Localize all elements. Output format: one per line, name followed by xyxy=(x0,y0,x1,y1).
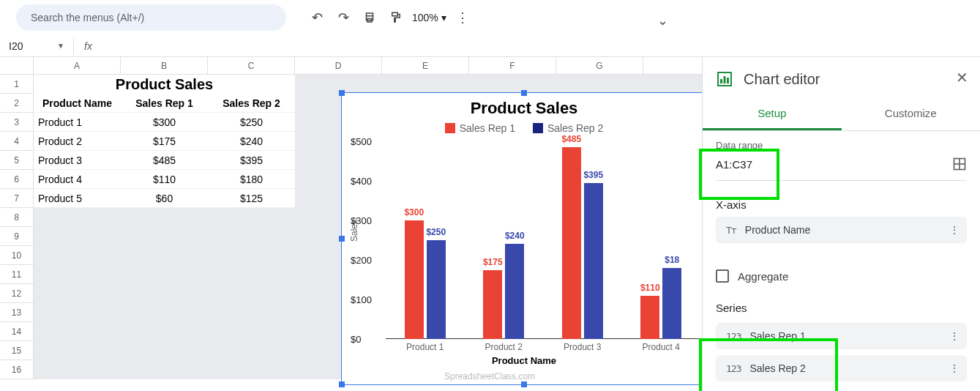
watermark: SpreadsheetClass.com xyxy=(444,371,535,381)
zoom-select[interactable]: 100% ▾ xyxy=(412,12,446,23)
row-header[interactable]: 6 xyxy=(0,170,34,189)
row-header[interactable]: 10 xyxy=(0,246,34,265)
cell[interactable]: $180 xyxy=(208,170,295,189)
row-header[interactable]: 1 xyxy=(0,75,34,94)
cell[interactable]: $240 xyxy=(208,132,295,151)
svg-rect-2 xyxy=(392,12,398,16)
tab-customize[interactable]: Customize xyxy=(842,98,981,130)
tab-setup[interactable]: Setup xyxy=(703,98,842,130)
bar-value-label: $240 xyxy=(505,231,525,241)
bar-value-label: $395 xyxy=(583,170,603,180)
chart-bar xyxy=(562,147,581,339)
legend-swatch xyxy=(533,123,543,133)
chart-bar xyxy=(662,268,681,339)
cell[interactable]: Sales Rep 2 xyxy=(208,94,295,113)
chart-editor-panel: Chart editor ✕ Setup Customize Data rang… xyxy=(702,57,980,391)
xaxis-label: X-axis xyxy=(716,198,967,211)
cell[interactable]: $395 xyxy=(208,151,295,170)
resize-handle[interactable] xyxy=(521,90,527,96)
chart-bar xyxy=(483,270,502,340)
bar-value-label: $18 xyxy=(665,255,679,265)
expand-toolbar-icon[interactable]: ⌄ xyxy=(652,10,673,31)
editor-tabs: Setup Customize xyxy=(703,98,980,131)
row-header[interactable]: 9 xyxy=(0,227,34,246)
cell-name-box[interactable]: I20 ▼ xyxy=(0,40,73,52)
paint-format-icon[interactable] xyxy=(386,7,406,28)
select-all-corner[interactable] xyxy=(0,57,34,74)
data-region[interactable]: Product Sales Product Name Sales Rep 1 S… xyxy=(34,75,295,208)
resize-handle[interactable] xyxy=(339,236,345,242)
cell[interactable]: $175 xyxy=(121,132,208,151)
row-header[interactable]: 4 xyxy=(0,132,34,151)
row-header[interactable]: 5 xyxy=(0,151,34,170)
more-icon[interactable]: ⋮ xyxy=(949,330,960,342)
print-icon[interactable] xyxy=(359,7,380,28)
editor-title: Chart editor xyxy=(744,71,820,88)
annotation-highlight xyxy=(699,338,838,391)
cell[interactable]: Product 2 xyxy=(34,132,121,151)
row-header[interactable]: 7 xyxy=(0,189,34,208)
row-header[interactable]: 16 xyxy=(0,360,34,379)
more-icon[interactable]: ⋮ xyxy=(949,224,960,236)
cell[interactable]: $60 xyxy=(121,189,208,208)
row-header[interactable]: 3 xyxy=(0,113,34,132)
column-header[interactable]: B xyxy=(121,57,208,74)
menu-search-input[interactable]: Search the menus (Alt+/) xyxy=(16,4,286,31)
column-header[interactable]: A xyxy=(34,57,121,74)
chart-title: Product Sales xyxy=(342,99,702,118)
resize-handle[interactable] xyxy=(339,90,345,96)
row-header[interactable]: 11 xyxy=(0,265,34,284)
close-button[interactable]: ✕ xyxy=(956,69,968,86)
cell[interactable]: $300 xyxy=(121,113,208,132)
cell[interactable]: $110 xyxy=(121,170,208,189)
svg-rect-5 xyxy=(724,76,726,83)
xaxis-chip[interactable]: Tᴛ Product Name ⋮ xyxy=(716,217,967,243)
row-header[interactable]: 13 xyxy=(0,303,34,322)
column-header[interactable]: F xyxy=(469,57,556,74)
toolbar: Search the menus (Alt+/) ↶ ↷ 100% ▾ ⋮ ⌄ xyxy=(0,0,980,35)
row-header[interactable]: 2 xyxy=(0,94,34,113)
aggregate-checkbox[interactable]: Aggregate xyxy=(703,264,980,288)
cell[interactable]: $125 xyxy=(208,189,295,208)
redo-icon[interactable]: ↷ xyxy=(333,7,354,28)
bar-value-label: $250 xyxy=(426,227,446,237)
chart-bar xyxy=(584,183,603,339)
cell[interactable]: Product 5 xyxy=(34,189,121,208)
series-label: Series xyxy=(716,302,967,314)
resize-handle[interactable] xyxy=(339,381,345,387)
sheet-title-cell[interactable]: Product Sales xyxy=(34,75,295,94)
column-header[interactable]: D xyxy=(295,57,382,74)
cell[interactable]: Sales Rep 1 xyxy=(121,94,208,113)
cell[interactable]: Product 3 xyxy=(34,151,121,170)
cell[interactable]: Product 4 xyxy=(34,170,121,189)
cell[interactable]: $485 xyxy=(121,151,208,170)
more-icon[interactable]: ⋮ xyxy=(949,362,960,374)
spreadsheet-area[interactable]: A B C D E F G 1 2 3 4 5 6 7 8 9 10 11 12… xyxy=(0,57,702,391)
x-tick: Product 4 xyxy=(643,342,680,352)
select-range-icon[interactable] xyxy=(952,157,967,171)
bar-value-label: $300 xyxy=(404,207,424,217)
checkbox-icon[interactable] xyxy=(716,269,729,283)
column-header[interactable]: C xyxy=(208,57,295,74)
resize-handle[interactable] xyxy=(521,381,527,387)
cell[interactable]: Product Name xyxy=(34,94,121,113)
undo-icon[interactable]: ↶ xyxy=(307,7,327,28)
row-header[interactable]: 12 xyxy=(0,284,34,303)
y-tick: $500 xyxy=(351,136,372,147)
column-header[interactable]: E xyxy=(382,57,469,74)
column-header[interactable]: G xyxy=(556,57,643,74)
row-header[interactable]: 15 xyxy=(0,341,34,360)
more-icon[interactable]: ⋮ xyxy=(452,7,473,28)
row-header[interactable]: 14 xyxy=(0,322,34,341)
row-header[interactable]: 8 xyxy=(0,208,34,227)
chevron-down-icon: ▾ xyxy=(441,12,446,23)
y-tick: $0 xyxy=(351,334,361,345)
chart-bar xyxy=(505,244,524,339)
embedded-chart[interactable]: Product Sales Sales Rep 1 Sales Rep 2 Sa… xyxy=(341,92,702,385)
chart-legend: Sales Rep 1 Sales Rep 2 xyxy=(342,122,702,134)
cell[interactable]: Product 1 xyxy=(34,113,121,132)
cell[interactable]: $250 xyxy=(208,113,295,132)
search-placeholder: Search the menus (Alt+/) xyxy=(31,12,144,23)
chevron-down-icon: ▼ xyxy=(57,42,64,50)
fx-icon: fx xyxy=(73,37,102,55)
